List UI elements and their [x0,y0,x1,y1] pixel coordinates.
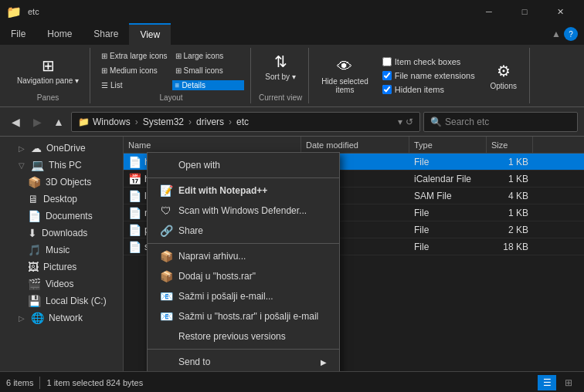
documents-label: Documents [46,211,93,221]
hide-selected-button[interactable]: 👁 Hide selected items [317,55,373,97]
hidden-items-input[interactable] [382,85,392,94]
ribbon-content: ⊞ Navigation pane ▾ Panes ⊞Extra large i… [0,45,584,106]
breadcrumb-part-2[interactable]: System32 [143,117,184,127]
sidebar-item-desktop[interactable]: 🖥 Desktop [0,191,123,208]
large-view-btn[interactable]: ⊞ [559,375,578,390]
ctx-sazmi[interactable]: 📧 Sažmi i pošalji e-mail... [148,286,339,306]
sidebar-item-network[interactable]: ▷ 🌐 Network [0,309,123,326]
maximize-button[interactable]: □ [507,0,542,23]
breadcrumb-dropdown-icon[interactable]: ▾ [398,117,402,127]
details-view-btn[interactable]: ☰ [538,375,556,390]
close-button[interactable]: ✕ [542,0,578,23]
file-extensions-input[interactable] [382,71,392,80]
file-type-lmhosts: SAM File [409,191,487,201]
thispc-expander: ▽ [19,161,25,170]
panes-group-label: Panes [37,92,59,102]
tab-share[interactable]: Share [83,23,129,45]
breadcrumb-part-1[interactable]: Windows [93,117,131,127]
videos-label: Videos [46,279,73,289]
sazmi-icon: 📧 [160,290,172,302]
sidebar-item-onedrive[interactable]: ▷ ☁ OneDrive [0,140,123,157]
sidebar-item-localdisk[interactable]: 💾 Local Disk (C:) [0,292,123,309]
help-button[interactable]: ? [564,27,578,41]
item-checkboxes-check[interactable]: Item check boxes [379,56,478,68]
tab-file[interactable]: File [0,23,36,45]
search-box[interactable]: 🔍 Search etc [423,112,578,132]
back-button[interactable]: ◀ [6,113,25,131]
tab-view[interactable]: View [129,23,171,45]
options-button[interactable]: ⚙ Options [484,59,523,93]
navigation-pane-button[interactable]: ⊞ Navigation pane ▾ [12,53,83,88]
nav-pane-label: Navigation pane ▾ [17,76,79,85]
breadcrumb-part-4[interactable]: etc [236,117,249,127]
sort-icon: ⇅ [274,52,287,71]
small-icons-btn[interactable]: ⊞Small icons [172,66,244,76]
downloads-icon: ⬇ [28,227,37,239]
ctx-restore[interactable]: Restore previous versions [148,326,339,346]
large-icons-btn[interactable]: ⊞Large icons [172,51,244,61]
restore-icon [160,330,172,343]
sidebar-item-pictures[interactable]: 🖼 Pictures [0,259,123,275]
forward-button[interactable]: ▶ [28,113,46,131]
ctx-send-to[interactable]: Send to ▶ [148,352,339,371]
videos-icon: 🎬 [28,278,41,290]
ctx-share[interactable]: 🔗 Share [148,221,339,241]
file-size-service: 18 KB [487,242,533,252]
ribbon-group-panes: ⊞ Navigation pane ▾ Panes [6,48,90,103]
options-icon: ⚙ [497,62,511,80]
sidebar-item-downloads[interactable]: ⬇ Downloads [0,225,123,242]
selected-info: 1 item selected 824 bytes [46,378,143,387]
service-icon: 📄 [128,241,141,253]
col-header-date[interactable]: Date modified [301,137,409,153]
breadcrumb-icon: 📁 [78,117,90,127]
minimize-button[interactable]: ─ [471,0,507,23]
statusbar: 6 items 1 item selected 824 bytes ☰ ⊞ [0,371,584,392]
ctx-sep-2 [148,243,339,244]
details-btn[interactable]: ≡Details [172,80,244,90]
sidebar-item-3dobjects[interactable]: 📦 3D Objects [0,174,123,191]
list-btn[interactable]: ☰List [98,80,170,90]
sidebar-item-thispc[interactable]: ▽ 💻 This PC [0,157,123,174]
medium-icons-btn[interactable]: ⊞Medium icons [98,66,170,76]
col-header-size[interactable]: Size [487,137,533,153]
ctx-open-with[interactable]: Open with [148,155,339,175]
col-header-type[interactable]: Type [409,137,487,153]
window-controls: ─ □ ✕ [471,0,578,23]
ctx-scan-defender[interactable]: 🛡 Scan with Windows Defender... [148,201,339,221]
hosts-i-icon: 📅 [128,173,141,185]
search-placeholder: Search etc [445,117,489,127]
options-label: Options [490,82,516,90]
item-checkboxes-input[interactable] [382,57,392,66]
ctx-sazmi-rar[interactable]: 📧 Sažmi u "hosts.rar" i pošalji e-mail [148,306,339,326]
col-header-name[interactable]: Name [124,137,301,153]
3dobjects-icon: 📦 [28,176,41,188]
ctx-dodaj[interactable]: 📦 Dodaj u "hosts.rar" [148,266,339,286]
show-hide-checks: Item check boxes File name extensions Hi… [379,56,478,96]
ribbon-collapse-btn[interactable]: ▲ [552,29,561,39]
breadcrumb[interactable]: 📁 Windows › System32 › drivers › etc ▾ ↺ [71,112,420,132]
ctx-napravi[interactable]: 📦 Napravi arhivu... [148,246,339,266]
protoc-icon: 📄 [128,224,141,236]
sort-by-button[interactable]: ⇅ Sort by ▾ [260,49,300,84]
file-extensions-check[interactable]: File name extensions [379,69,478,82]
ctx-edit-notepad[interactable]: 📝 Edit with Notepad++ [148,181,339,201]
onedrive-expander: ▷ [19,144,25,153]
sidebar-item-documents[interactable]: 📄 Documents [0,208,123,225]
items-count: 6 items [6,378,33,387]
file-size-hosts-i: 1 KB [487,174,533,184]
sidebar-item-music[interactable]: 🎵 Music [0,242,123,259]
thispc-icon: 💻 [31,159,44,171]
refresh-icon[interactable]: ↺ [406,117,413,127]
extra-large-icons-btn[interactable]: ⊞Extra large icons [98,51,170,61]
hidden-items-check[interactable]: Hidden items [379,83,478,96]
send-to-arrow: ▶ [321,358,327,367]
onedrive-icon: ☁ [31,142,42,154]
sidebar: ▷ ☁ OneDrive ▽ 💻 This PC 📦 3D Objects 🖥 … [0,137,124,371]
sidebar-item-videos[interactable]: 🎬 Videos [0,275,123,292]
ribbon-group-current-view: ⇅ Sort by ▾ Current view [253,48,309,103]
breadcrumb-part-3[interactable]: drivers [196,117,224,127]
up-button[interactable]: ▲ [49,113,68,131]
breadcrumb-sep-2: › [188,117,192,127]
network-expander: ▷ [19,314,25,323]
tab-home[interactable]: Home [36,23,83,45]
